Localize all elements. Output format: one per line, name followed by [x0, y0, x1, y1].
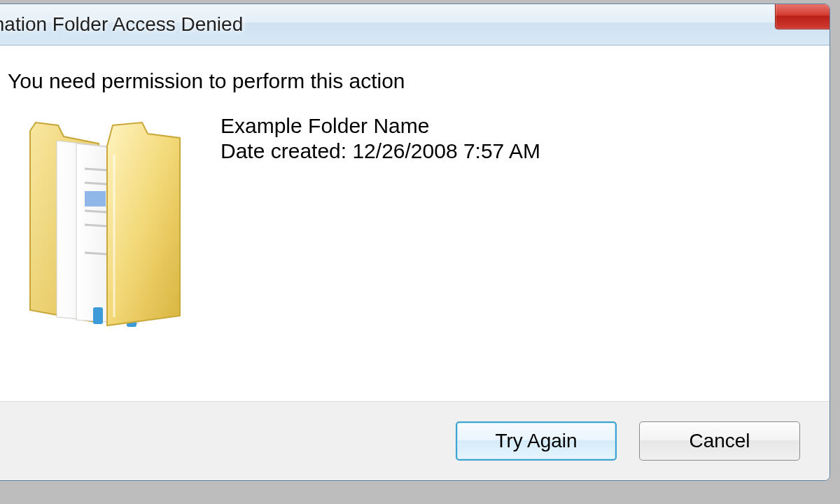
try-again-button[interactable]: Try Again	[456, 421, 617, 461]
dialog-body: You need permission to perform this acti…	[0, 46, 830, 425]
dialog-window: Destination Folder Access Denied	[0, 4, 830, 481]
folder-icon	[15, 113, 197, 330]
warning-icon	[0, 66, 6, 111]
folder-date-created: Date created: 12/26/2008 7:57 AM	[220, 139, 540, 163]
titlebar: Destination Folder Access Denied	[0, 4, 830, 46]
folder-name: Example Folder Name	[220, 114, 540, 138]
folder-meta: Example Folder Name Date created: 12/26/…	[220, 113, 540, 163]
svg-rect-8	[85, 191, 106, 206]
window-title: Destination Folder Access Denied	[0, 13, 243, 36]
permission-message: You need permission to perform this acti…	[8, 69, 802, 93]
cancel-button[interactable]: Cancel	[639, 421, 800, 461]
dialog-footer: Try Again Cancel	[0, 401, 830, 480]
close-button[interactable]	[775, 4, 830, 29]
svg-rect-9	[93, 307, 103, 324]
